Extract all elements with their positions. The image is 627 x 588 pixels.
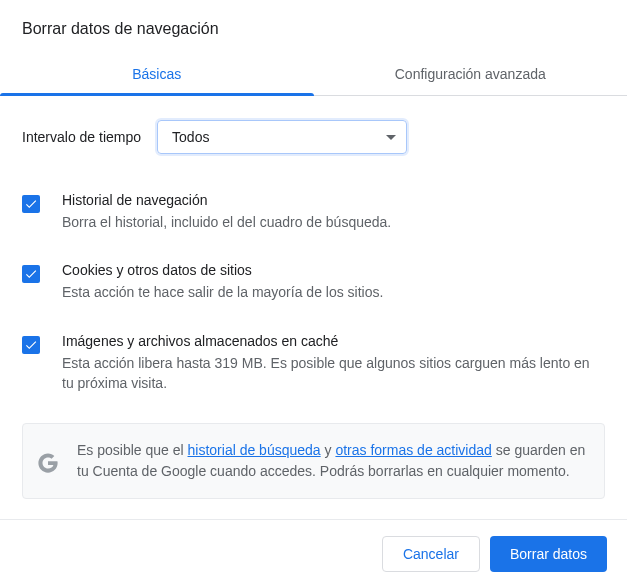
tab-advanced[interactable]: Configuración avanzada (314, 52, 628, 95)
time-range-select[interactable]: Todos (157, 120, 407, 154)
google-account-notice: Es posible que el historial de búsqueda … (22, 423, 605, 499)
option-title: Cookies y otros datos de sitios (62, 262, 383, 278)
option-title: Imágenes y archivos almacenados en caché (62, 333, 605, 349)
option-desc: Borra el historial, incluido el del cuad… (62, 212, 391, 232)
checkbox-cache[interactable] (22, 336, 40, 354)
link-other-activity[interactable]: otras formas de actividad (335, 442, 491, 458)
option-desc: Esta acción libera hasta 319 MB. Es posi… (62, 353, 605, 394)
content: Intervalo de tiempo Todos Historial de n… (0, 96, 619, 499)
link-search-history[interactable]: historial de búsqueda (188, 442, 321, 458)
dialog-title: Borrar datos de navegación (0, 0, 627, 52)
option-cache[interactable]: Imágenes y archivos almacenados en caché… (22, 321, 605, 412)
option-browsing-history[interactable]: Historial de navegación Borra el histori… (22, 180, 605, 250)
notice-text: Es posible que el historial de búsqueda … (77, 440, 588, 482)
option-text: Imágenes y archivos almacenados en caché… (62, 333, 605, 394)
cancel-button[interactable]: Cancelar (382, 536, 480, 572)
clear-data-button[interactable]: Borrar datos (490, 536, 607, 572)
notice-pre: Es posible que el (77, 442, 188, 458)
chevron-down-icon (386, 135, 396, 140)
checkbox-cookies[interactable] (22, 265, 40, 283)
check-icon (24, 267, 38, 281)
google-logo-icon (37, 452, 59, 474)
notice-mid: y (321, 442, 336, 458)
clear-browsing-data-dialog: Borrar datos de navegación Básicas Confi… (0, 0, 627, 588)
option-text: Historial de navegación Borra el histori… (62, 192, 391, 232)
dialog-footer: Cancelar Borrar datos (0, 519, 627, 588)
option-title: Historial de navegación (62, 192, 391, 208)
option-desc: Esta acción te hace salir de la mayoría … (62, 282, 383, 302)
check-icon (24, 197, 38, 211)
time-range-row: Intervalo de tiempo Todos (22, 96, 605, 180)
option-cookies[interactable]: Cookies y otros datos de sitios Esta acc… (22, 250, 605, 320)
option-text: Cookies y otros datos de sitios Esta acc… (62, 262, 383, 302)
time-range-value: Todos (172, 129, 209, 145)
check-icon (24, 338, 38, 352)
scroll-area[interactable]: Intervalo de tiempo Todos Historial de n… (0, 96, 627, 519)
time-range-label: Intervalo de tiempo (22, 129, 141, 145)
checkbox-history[interactable] (22, 195, 40, 213)
tab-basic[interactable]: Básicas (0, 52, 314, 95)
tabs: Básicas Configuración avanzada (0, 52, 627, 96)
